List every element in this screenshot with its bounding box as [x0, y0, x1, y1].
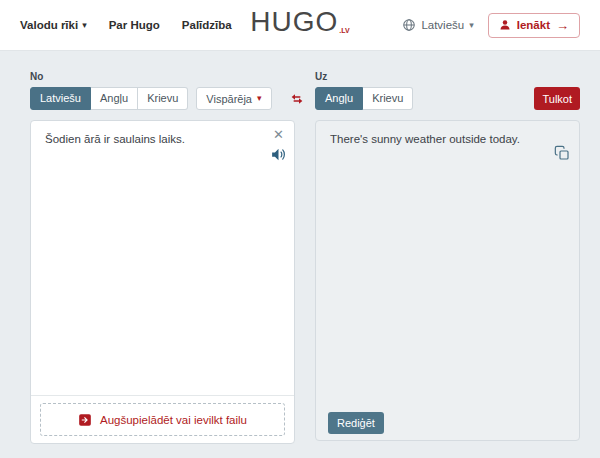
- login-button[interactable]: Ienākt →: [488, 13, 580, 38]
- person-icon: [499, 19, 511, 31]
- translate-button[interactable]: Tulkot: [534, 87, 580, 110]
- tab-target-russian[interactable]: Krievu: [363, 87, 413, 110]
- logo-text: HUGO: [250, 7, 338, 38]
- source-text: Šodien ārā ir saulains laiks.: [45, 133, 185, 145]
- nav-item-label: Valodu rīki: [20, 19, 78, 31]
- domain-label: Vispārēja: [206, 93, 252, 105]
- tab-target-english[interactable]: Angļu: [315, 87, 363, 110]
- globe-icon: [402, 18, 416, 32]
- tab-source-english[interactable]: Angļu: [91, 87, 138, 110]
- copy-translation-button[interactable]: [554, 145, 570, 161]
- nav-item-label: Palīdzība: [182, 19, 232, 31]
- upload-file-icon: [78, 413, 92, 427]
- ui-language-selector[interactable]: Latviešu ▾: [402, 18, 473, 32]
- arrow-right-icon: →: [556, 19, 569, 32]
- tab-source-russian[interactable]: Krievu: [138, 87, 188, 110]
- clear-text-button[interactable]: ✕: [273, 128, 284, 141]
- upload-label: Augšupielādēt vai ievilkt failu: [100, 414, 247, 426]
- translator: No Latviešu Angļu Krievu Vispārēja ▾: [0, 51, 600, 444]
- upload-zone: Augšupielādēt vai ievilkt failu: [31, 395, 294, 443]
- header: Valodu rīki ▾ Par Hugo Palīdzība HUGO .L…: [0, 0, 600, 51]
- tab-source-latvian[interactable]: Latviešu: [30, 87, 91, 110]
- source-column: No Latviešu Angļu Krievu Vispārēja ▾: [30, 71, 295, 444]
- target-label: Uz: [315, 71, 580, 82]
- source-text-area[interactable]: Šodien ārā ir saulains laiks. ✕: [31, 121, 294, 395]
- edit-translation-button[interactable]: Rediģēt: [328, 412, 384, 434]
- ui-language-label: Latviešu: [421, 19, 464, 31]
- speak-text-button[interactable]: [270, 146, 287, 163]
- target-controls: Angļu Krievu Tulkot: [315, 87, 580, 110]
- domain-selector[interactable]: Vispārēja ▾: [196, 87, 271, 110]
- target-column: Uz Angļu Krievu Tulkot There's sunny wea…: [315, 71, 580, 444]
- speaker-icon: [270, 146, 287, 163]
- copy-icon: [554, 145, 570, 161]
- hugo-logo[interactable]: HUGO .LV: [250, 7, 349, 38]
- chevron-down-icon: ▾: [469, 21, 474, 30]
- nav-item-language-tools[interactable]: Valodu rīki ▾: [20, 19, 87, 31]
- close-icon: ✕: [273, 127, 284, 142]
- chevron-down-icon: ▾: [82, 21, 87, 30]
- translation-panel: There's sunny weather outside today. Red…: [315, 120, 580, 441]
- translation-text: There's sunny weather outside today.: [330, 133, 520, 145]
- chevron-down-icon: ▾: [257, 94, 262, 103]
- login-label: Ienākt: [517, 19, 550, 31]
- source-language-tabs: Latviešu Angļu Krievu: [30, 87, 188, 110]
- upload-file-dropzone[interactable]: Augšupielādēt vai ievilkt failu: [40, 403, 285, 436]
- nav-item-about-hugo[interactable]: Par Hugo: [109, 19, 160, 31]
- source-panel: Šodien ārā ir saulains laiks. ✕: [30, 120, 295, 444]
- swap-languages-button[interactable]: [289, 91, 305, 107]
- source-label: No: [30, 71, 295, 82]
- main-nav: Valodu rīki ▾ Par Hugo Palīdzība: [20, 19, 232, 31]
- swap-languages-icon: [289, 91, 305, 107]
- target-language-tabs: Angļu Krievu: [315, 87, 413, 110]
- header-right: Latviešu ▾ Ienākt →: [402, 13, 580, 38]
- nav-item-help[interactable]: Palīdzība: [182, 19, 232, 31]
- logo-suffix: .LV: [339, 27, 349, 34]
- nav-item-label: Par Hugo: [109, 19, 160, 31]
- source-controls: Latviešu Angļu Krievu Vispārēja ▾: [30, 87, 295, 110]
